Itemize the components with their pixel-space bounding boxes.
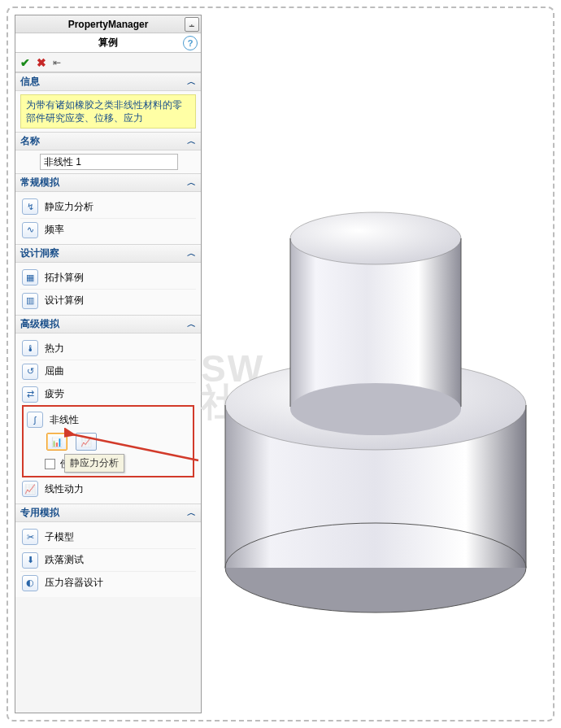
app-container: PropertyManager ⫠ 算例 ? ✔ ✖ ⇤ 信息 ︿ 为带有诸如橡… bbox=[0, 0, 561, 728]
graph-dynamic-icon: 📈 bbox=[80, 437, 92, 447]
chevron-up-icon: ︿ bbox=[187, 247, 196, 259]
graph-static-icon: 📊 bbox=[51, 437, 63, 447]
section-info-header[interactable]: 信息 ︿ bbox=[15, 73, 201, 91]
thermal-icon: 🌡 bbox=[22, 340, 38, 356]
study-option-linear-dynamic[interactable]: 📈 线性动力 bbox=[20, 477, 196, 500]
pm-title: PropertyManager bbox=[68, 19, 149, 30]
study-name-input[interactable] bbox=[40, 154, 178, 170]
section-insight: 设计洞察 ︿ ▦ 拓扑算例 ▥ 设计算例 bbox=[15, 244, 201, 315]
section-general: 常规模拟 ︿ ↯ 静应力分析 ∿ 频率 bbox=[15, 173, 201, 244]
study-title: 算例 bbox=[98, 36, 118, 50]
fatigue-icon: ⇄ bbox=[22, 386, 38, 403]
study-option-label: 屈曲 bbox=[45, 364, 64, 378]
model-render bbox=[205, 15, 546, 714]
nonlinear-tooltip: 静应力分析 bbox=[64, 454, 124, 473]
help-button[interactable]: ? bbox=[183, 36, 198, 50]
nonlinear-use-checkbox[interactable] bbox=[45, 459, 55, 469]
section-name: 名称 ︿ bbox=[15, 132, 201, 173]
study-option-label: 非线性 bbox=[50, 413, 79, 427]
static-icon: ↯ bbox=[22, 198, 38, 215]
linear-dynamic-icon: 📈 bbox=[22, 481, 38, 497]
nonlinear-icon: ∫ bbox=[27, 412, 43, 428]
nonlinear-subtype-row: 📊 📈 bbox=[46, 433, 189, 451]
submodel-icon: ✂ bbox=[22, 529, 38, 545]
chevron-up-icon: ︿ bbox=[187, 135, 196, 147]
study-option-design[interactable]: ▥ 设计算例 bbox=[20, 289, 196, 312]
drop-icon: ⬇ bbox=[22, 552, 38, 569]
nonlinear-dynamic-button[interactable]: 📈 bbox=[76, 433, 97, 451]
study-option-nonlinear[interactable]: ∫ 非线性 bbox=[27, 410, 189, 429]
study-option-label: 疲劳 bbox=[45, 387, 64, 401]
study-option-thermal[interactable]: 🌡 热力 bbox=[20, 337, 196, 360]
buckling-icon: ↺ bbox=[22, 364, 38, 380]
section-general-body: ↯ 静应力分析 ∿ 频率 bbox=[15, 192, 201, 244]
section-name-label: 名称 bbox=[20, 134, 40, 148]
study-option-frequency[interactable]: ∿ 频率 bbox=[20, 218, 196, 241]
confirm-button[interactable]: ✔ bbox=[20, 56, 30, 69]
frequency-icon: ∿ bbox=[22, 222, 38, 238]
section-special-header[interactable]: 专用模拟 ︿ bbox=[15, 504, 201, 522]
pm-pin-button[interactable]: ⫠ bbox=[185, 17, 199, 32]
section-general-header[interactable]: 常规模拟 ︿ bbox=[15, 174, 201, 192]
study-option-label: 压力容器设计 bbox=[45, 576, 103, 590]
svg-point-5 bbox=[290, 383, 461, 435]
section-special: 专用模拟 ︿ ✂ 子模型 ⬇ 跌落测试 ◐ 压力容器设计 bbox=[15, 503, 201, 597]
section-special-body: ✂ 子模型 ⬇ 跌落测试 ◐ 压力容器设计 bbox=[15, 522, 201, 597]
section-info-label: 信息 bbox=[20, 75, 40, 89]
pm-title-bar: PropertyManager ⫠ bbox=[15, 15, 201, 33]
study-option-label: 子模型 bbox=[45, 530, 74, 544]
design-icon: ▥ bbox=[22, 293, 38, 309]
property-manager-panel: PropertyManager ⫠ 算例 ? ✔ ✖ ⇤ 信息 ︿ 为带有诸如橡… bbox=[15, 15, 202, 713]
study-option-label: 设计算例 bbox=[45, 294, 84, 307]
svg-point-6 bbox=[290, 212, 461, 264]
study-title-bar: 算例 ? bbox=[15, 33, 201, 53]
chevron-up-icon: ︿ bbox=[187, 177, 196, 189]
study-option-label: 拓扑算例 bbox=[45, 271, 84, 285]
cancel-button[interactable]: ✖ bbox=[37, 56, 46, 69]
pm-action-bar: ✔ ✖ ⇤ bbox=[15, 53, 201, 72]
help-icon: ? bbox=[188, 38, 194, 48]
pressure-icon: ◐ bbox=[22, 575, 38, 591]
section-name-header[interactable]: 名称 ︿ bbox=[15, 133, 201, 150]
study-option-fatigue[interactable]: ⇄ 疲劳 bbox=[20, 382, 196, 405]
study-option-pressure[interactable]: ◐ 压力容器设计 bbox=[20, 571, 196, 594]
section-special-label: 专用模拟 bbox=[20, 506, 59, 520]
section-advanced: 高级模拟 ︿ 🌡 热力 ↺ 屈曲 ⇄ 疲劳 bbox=[15, 315, 201, 503]
flyout-pin-button[interactable]: ⇤ bbox=[53, 57, 61, 68]
info-description: 为带有诸如橡胶之类非线性材料的零部件研究应变、位移、应力 bbox=[20, 94, 196, 129]
section-general-label: 常规模拟 bbox=[20, 176, 59, 190]
section-insight-label: 设计洞察 bbox=[20, 246, 59, 260]
nonlinear-static-button[interactable]: 📊 bbox=[46, 433, 67, 451]
chevron-up-icon: ︿ bbox=[187, 318, 196, 330]
section-advanced-header[interactable]: 高级模拟 ︿ bbox=[15, 316, 201, 333]
study-option-buckling[interactable]: ↺ 屈曲 bbox=[20, 360, 196, 382]
section-info: 信息 ︿ 为带有诸如橡胶之类非线性材料的零部件研究应变、位移、应力 bbox=[15, 72, 201, 132]
chevron-up-icon: ︿ bbox=[187, 76, 196, 88]
section-info-body: 为带有诸如橡胶之类非线性材料的零部件研究应变、位移、应力 bbox=[15, 91, 201, 132]
model-viewport[interactable]: SW社 bbox=[205, 15, 546, 713]
section-insight-header[interactable]: 设计洞察 ︿ bbox=[15, 245, 201, 263]
pin-icon: ⫠ bbox=[188, 20, 196, 29]
study-option-static[interactable]: ↯ 静应力分析 bbox=[20, 195, 196, 218]
nonlinear-highlight-box: ∫ 非线性 📊 📈 使用 静应力 bbox=[22, 405, 194, 477]
study-option-drop[interactable]: ⬇ 跌落测试 bbox=[20, 548, 196, 571]
section-advanced-body: 🌡 热力 ↺ 屈曲 ⇄ 疲劳 ∫ 非线性 bbox=[15, 333, 201, 503]
section-name-body bbox=[15, 150, 201, 173]
topology-icon: ▦ bbox=[22, 269, 38, 286]
study-option-label: 线性动力 bbox=[45, 482, 84, 496]
study-option-submodel[interactable]: ✂ 子模型 bbox=[20, 525, 196, 548]
study-option-label: 跌落测试 bbox=[45, 553, 84, 567]
study-option-label: 静应力分析 bbox=[45, 200, 94, 214]
study-option-label: 频率 bbox=[45, 223, 64, 237]
study-option-topology[interactable]: ▦ 拓扑算例 bbox=[20, 266, 196, 289]
study-option-label: 热力 bbox=[45, 342, 64, 355]
chevron-up-icon: ︿ bbox=[187, 507, 196, 519]
section-insight-body: ▦ 拓扑算例 ▥ 设计算例 bbox=[15, 263, 201, 315]
section-advanced-label: 高级模拟 bbox=[20, 317, 59, 331]
